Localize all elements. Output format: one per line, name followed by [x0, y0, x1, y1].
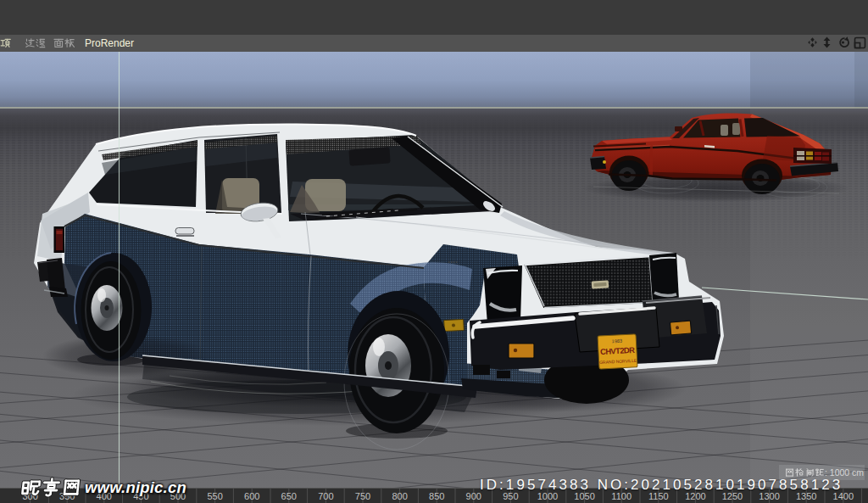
svg-text:750: 750 — [355, 491, 370, 501]
svg-text:700: 700 — [318, 491, 333, 501]
svg-text:650: 650 — [281, 491, 297, 501]
svg-text:CHVT2DR: CHVT2DR — [600, 345, 636, 356]
svg-text:1983: 1983 — [612, 338, 623, 344]
svg-text:850: 850 — [429, 491, 444, 501]
svg-text:800: 800 — [392, 491, 407, 501]
svg-text:600: 600 — [244, 491, 259, 501]
